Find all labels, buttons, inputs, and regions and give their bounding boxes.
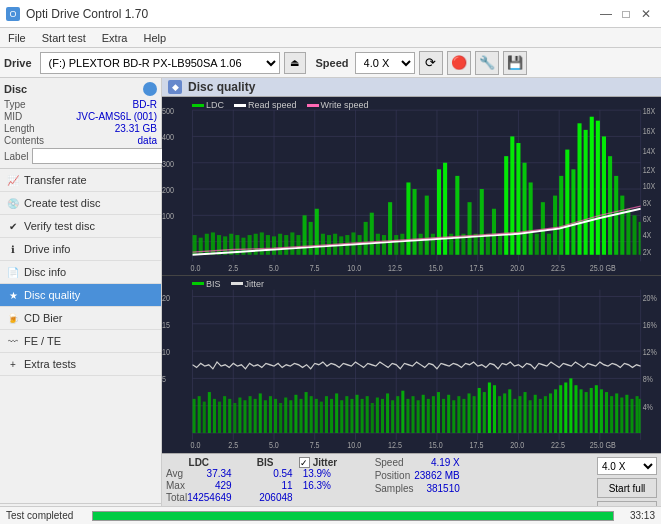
mid-label: MID	[4, 111, 22, 122]
nav-extra-tests[interactable]: + Extra tests	[0, 353, 161, 376]
label-label: Label	[4, 151, 28, 162]
menu-help[interactable]: Help	[135, 30, 174, 46]
svg-rect-93	[492, 209, 496, 255]
upper-chart-svg: 500 400 300 200 100 18X 16X 14X 12X 10X …	[162, 97, 661, 275]
svg-rect-75	[382, 235, 386, 255]
svg-rect-59	[284, 235, 288, 255]
nav-verify-test-disc[interactable]: ✔ Verify test disc	[0, 215, 161, 238]
svg-text:100: 100	[162, 211, 174, 221]
save-button[interactable]: 💾	[503, 51, 527, 75]
maximize-button[interactable]: □	[617, 5, 635, 23]
disc-section-title: Disc	[4, 83, 27, 95]
svg-rect-116	[632, 215, 636, 254]
svg-rect-60	[290, 232, 294, 254]
svg-text:400: 400	[162, 133, 174, 143]
svg-rect-58	[278, 234, 282, 255]
svg-rect-183	[325, 396, 328, 433]
burn-button[interactable]: 🔴	[447, 51, 471, 75]
settings-button[interactable]: 🔧	[475, 51, 499, 75]
svg-rect-173	[274, 398, 277, 432]
menu-extra[interactable]: Extra	[94, 30, 136, 46]
svg-text:4%: 4%	[643, 400, 654, 411]
svg-text:12.5: 12.5	[388, 438, 402, 449]
jitter-checkbox[interactable]: ✓	[299, 457, 310, 468]
start-full-button[interactable]: Start full	[597, 478, 657, 498]
svg-rect-229	[559, 385, 562, 433]
status-text: Test completed	[6, 510, 86, 521]
svg-rect-182	[320, 401, 323, 432]
refresh-button[interactable]: ⟳	[419, 51, 443, 75]
svg-rect-80	[413, 189, 417, 255]
svg-text:15.0: 15.0	[429, 263, 443, 273]
svg-rect-115	[626, 209, 630, 255]
svg-rect-219	[508, 389, 511, 433]
jitter-legend-color	[231, 282, 243, 285]
transfer-rate-icon: 📈	[6, 173, 20, 187]
svg-text:0.0: 0.0	[191, 263, 201, 273]
nav-create-test-disc-label: Create test disc	[24, 197, 100, 209]
svg-rect-177	[294, 394, 297, 432]
svg-rect-162	[218, 401, 221, 432]
svg-rect-77	[394, 235, 398, 255]
svg-text:0.0: 0.0	[191, 438, 201, 449]
svg-rect-85	[443, 163, 447, 255]
svg-rect-223	[529, 400, 532, 433]
bis-stats: BIS 0.54 11 206048	[238, 457, 293, 503]
svg-rect-217	[498, 396, 501, 433]
svg-rect-199	[406, 398, 409, 432]
bis-legend: BIS	[192, 279, 221, 289]
svg-rect-208	[452, 400, 455, 433]
svg-rect-97	[516, 143, 520, 255]
svg-rect-242	[625, 394, 628, 432]
drive-select[interactable]: (F:) PLEXTOR BD-R PX-LB950SA 1.06	[40, 52, 280, 74]
type-value: BD-R	[133, 99, 157, 110]
svg-text:22.5: 22.5	[551, 438, 565, 449]
svg-rect-233	[580, 389, 583, 433]
nav-cd-bier[interactable]: 🍺 CD Bier	[0, 307, 161, 330]
nav-disc-quality[interactable]: ★ Disc quality	[0, 284, 161, 307]
svg-rect-56	[266, 235, 270, 255]
speed-label: Speed	[316, 57, 349, 69]
svg-rect-238	[605, 392, 608, 433]
close-button[interactable]: ✕	[637, 5, 655, 23]
jitter-legend-label: Jitter	[245, 279, 265, 289]
svg-rect-167	[243, 400, 246, 433]
svg-rect-104	[559, 176, 563, 255]
eject-button[interactable]: ⏏	[284, 52, 306, 74]
menu-start-test[interactable]: Start test	[34, 30, 94, 46]
svg-text:2X: 2X	[643, 247, 652, 257]
nav-fe-te[interactable]: 〰 FE / TE	[0, 330, 161, 353]
fe-te-icon: 〰	[6, 334, 20, 348]
svg-rect-169	[254, 398, 257, 432]
label-input[interactable]	[32, 148, 165, 164]
minimize-button[interactable]: —	[597, 5, 615, 23]
ldc-total-val: 14254649	[187, 492, 232, 503]
nav-drive-info[interactable]: ℹ Drive info	[0, 238, 161, 261]
svg-rect-74	[376, 234, 380, 255]
svg-rect-62	[303, 215, 307, 254]
svg-rect-166	[238, 397, 241, 433]
svg-rect-108	[584, 130, 588, 255]
speed-select-stats[interactable]: 4.0 X	[597, 457, 657, 475]
jitter-header: Jitter	[313, 457, 337, 468]
svg-rect-105	[565, 150, 569, 255]
writespeed-legend-label: Write speed	[321, 100, 369, 110]
svg-rect-112	[608, 156, 612, 255]
speed-select[interactable]: 4.0 X	[355, 52, 415, 74]
jitter-max-val: 16.3%	[303, 480, 369, 491]
nav-transfer-rate[interactable]: 📈 Transfer rate	[0, 169, 161, 192]
bis-header: BIS	[257, 457, 274, 468]
nav-disc-info[interactable]: 📄 Disc info	[0, 261, 161, 284]
svg-text:20.0: 20.0	[510, 263, 524, 273]
menu-file[interactable]: File	[0, 30, 34, 46]
nav-create-test-disc[interactable]: 💿 Create test disc	[0, 192, 161, 215]
svg-rect-243	[630, 398, 633, 432]
nav-cd-bier-label: CD Bier	[24, 312, 63, 324]
svg-rect-209	[457, 396, 460, 433]
svg-rect-161	[213, 398, 216, 432]
svg-rect-178	[299, 398, 302, 432]
svg-rect-212	[473, 396, 476, 433]
ldc-legend: LDC	[192, 100, 224, 110]
svg-rect-224	[534, 394, 537, 432]
svg-rect-202	[422, 394, 425, 432]
